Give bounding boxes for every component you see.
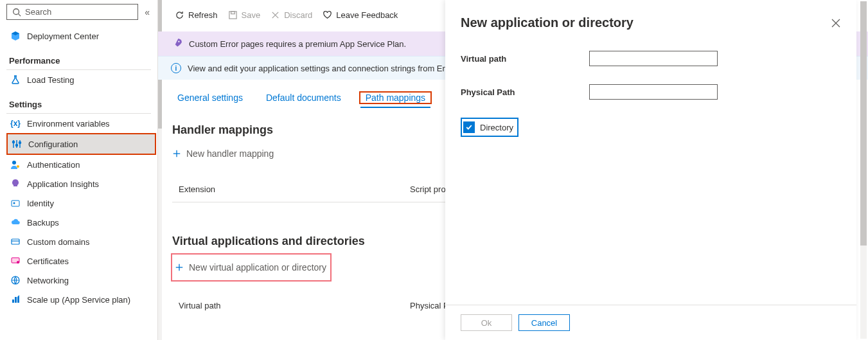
svg-rect-18 <box>231 12 235 14</box>
sidebar-item-networking[interactable]: Networking <box>6 271 157 290</box>
sidebar: Search « Deployment Center Performance L… <box>0 0 158 340</box>
tab-general-settings[interactable]: General settings <box>172 89 248 107</box>
new-app-panel: New application or directory Virtual pat… <box>445 0 856 340</box>
svg-line-1 <box>19 13 21 16</box>
svg-point-15 <box>17 261 19 264</box>
infobar-text: View and edit your application settings … <box>188 64 451 73</box>
tab-default-documents[interactable]: Default documents <box>261 89 346 107</box>
heart-icon <box>323 10 332 20</box>
sidebar-item-custom-domains[interactable]: Custom domains <box>6 232 157 251</box>
sidebar-item-certificates[interactable]: Certificates <box>6 251 157 271</box>
flask-icon <box>10 75 21 85</box>
virtual-path-label: Virtual path <box>461 54 589 64</box>
sidebar-item-label: Custom domains <box>27 237 90 247</box>
collapse-sidebar-button[interactable]: « <box>142 7 152 17</box>
col-virtual-path: Virtual path <box>179 301 307 310</box>
sliders-icon <box>12 139 22 149</box>
search-placeholder: Search <box>25 7 51 17</box>
sidebar-item-scale-up[interactable]: Scale up (App Service plan) <box>6 290 157 309</box>
box-icon <box>10 31 21 41</box>
banner-text: Custom Error pages requires a premium Ap… <box>189 39 406 49</box>
plus-icon <box>172 149 181 158</box>
toolbar-label: Refresh <box>188 10 218 20</box>
sidebar-item-authentication[interactable]: Authentication <box>6 155 157 174</box>
variable-icon: {x} <box>10 118 21 129</box>
save-icon <box>228 10 238 20</box>
sidebar-item-label: Networking <box>27 276 69 285</box>
add-link-label: New handler mapping <box>186 148 274 159</box>
svg-point-0 <box>13 8 19 14</box>
sidebar-item-identity[interactable]: Identity <box>6 193 157 213</box>
svg-point-9 <box>17 165 19 168</box>
save-button[interactable]: Save <box>228 10 261 20</box>
col-extension: Extension <box>179 184 307 194</box>
search-icon <box>12 8 21 17</box>
new-virtual-app-button[interactable]: New virtual application or directory <box>175 256 326 279</box>
svg-point-7 <box>19 142 21 144</box>
refresh-button[interactable]: Refresh <box>175 10 218 20</box>
network-icon <box>10 275 21 285</box>
tab-path-mappings-highlight: Path mappings <box>359 91 432 104</box>
discard-button[interactable]: Discard <box>270 10 312 20</box>
rocket-icon <box>171 38 182 49</box>
sidebar-item-label: Configuration <box>28 139 78 149</box>
sidebar-item-backups[interactable]: Backups <box>6 213 157 232</box>
sidebar-item-label: Certificates <box>27 256 69 266</box>
refresh-icon <box>175 10 184 20</box>
close-icon[interactable] <box>831 18 841 28</box>
leave-feedback-button[interactable]: Leave Feedback <box>323 10 398 20</box>
sidebar-item-environment-variables[interactable]: {x} Environment variables <box>6 114 157 133</box>
virtual-path-input[interactable] <box>589 51 718 66</box>
search-input[interactable]: Search <box>6 4 138 20</box>
physical-path-label: Physical Path <box>461 87 589 97</box>
scale-up-icon <box>10 294 21 305</box>
sidebar-item-application-insights[interactable]: Application Insights <box>6 174 157 193</box>
panel-title: New application or directory <box>461 15 633 30</box>
certificate-icon <box>10 256 21 266</box>
sidebar-section-performance: Performance <box>6 46 151 70</box>
physical-path-input[interactable] <box>589 84 718 100</box>
svg-point-6 <box>16 145 18 147</box>
svg-point-11 <box>13 202 15 204</box>
sidebar-item-label: Deployment Center <box>27 31 99 41</box>
sidebar-item-load-testing[interactable]: Load Testing <box>6 70 157 89</box>
sidebar-item-label: Application Insights <box>27 179 99 189</box>
sidebar-item-label: Load Testing <box>27 75 75 85</box>
sidebar-item-label: Scale up (App Service plan) <box>27 295 130 305</box>
svg-rect-17 <box>229 12 236 19</box>
sidebar-item-label: Backups <box>27 218 59 228</box>
ok-button[interactable]: Ok <box>461 314 512 331</box>
directory-label: Directory <box>480 123 513 132</box>
cancel-button[interactable]: Cancel <box>518 314 570 331</box>
toolbar-label: Save <box>242 10 261 20</box>
toolbar-label: Discard <box>284 10 312 20</box>
sidebar-item-label: Identity <box>27 199 54 208</box>
page-scrollbar-thumb[interactable] <box>860 1 867 246</box>
directory-checkbox[interactable] <box>463 121 475 133</box>
sidebar-item-label: Environment variables <box>27 119 110 129</box>
sidebar-item-label: Authentication <box>27 160 80 170</box>
bulb-icon <box>10 179 21 189</box>
tab-path-mappings[interactable]: Path mappings <box>360 89 430 108</box>
sidebar-item-deployment-center[interactable]: Deployment Center <box>6 26 157 46</box>
add-link-label: New virtual application or directory <box>189 262 326 273</box>
user-key-icon <box>10 159 21 170</box>
id-icon <box>10 198 21 208</box>
plus-icon <box>175 263 184 272</box>
svg-rect-10 <box>12 201 19 206</box>
svg-point-8 <box>12 161 16 165</box>
svg-point-21 <box>178 41 179 42</box>
toolbar-label: Leave Feedback <box>336 10 398 20</box>
svg-rect-12 <box>12 239 19 244</box>
new-handler-mapping-button[interactable]: New handler mapping <box>172 142 274 165</box>
info-icon: i <box>171 63 181 73</box>
check-icon <box>465 123 473 131</box>
svg-point-5 <box>13 141 15 143</box>
sidebar-section-settings: Settings <box>6 89 151 114</box>
discard-icon <box>270 10 280 20</box>
cloud-icon <box>10 217 21 228</box>
sidebar-item-configuration[interactable]: Configuration <box>8 134 155 154</box>
globe-icon <box>10 237 21 247</box>
